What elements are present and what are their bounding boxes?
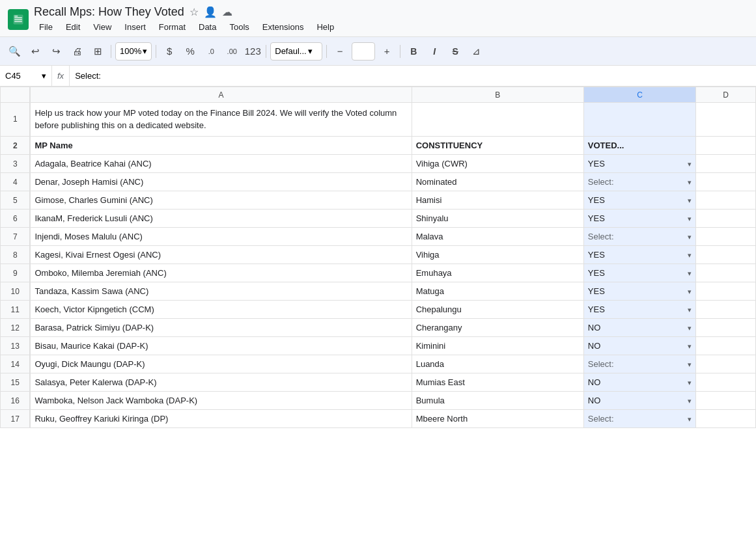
cell-d[interactable]: [696, 210, 756, 228]
menu-item-data[interactable]: Data: [193, 20, 221, 34]
dropdown-arrow-icon[interactable]: ▾: [688, 269, 692, 278]
cell-b[interactable]: Hamisi: [412, 191, 583, 210]
cell-a[interactable]: MP Name: [30, 137, 412, 155]
print-button[interactable]: 🖨: [68, 42, 86, 61]
undo-button[interactable]: ↩: [26, 42, 44, 61]
cloud-icon[interactable]: ☁: [222, 6, 232, 18]
font-size-increase[interactable]: +: [378, 42, 396, 61]
cell-d[interactable]: [696, 103, 756, 137]
col-header-a[interactable]: A: [30, 87, 412, 103]
cell-d[interactable]: [696, 410, 756, 428]
cell-c[interactable]: YES ▾: [583, 301, 695, 319]
cell-b[interactable]: Cherangany: [412, 319, 583, 337]
strikethrough-button[interactable]: S: [446, 42, 464, 61]
cell-b[interactable]: [412, 103, 583, 137]
cell-b[interactable]: CONSTITUENCY: [412, 137, 583, 155]
dropdown-arrow-icon[interactable]: ▾: [688, 415, 692, 424]
cell-b[interactable]: Malava: [412, 228, 583, 246]
col-header-d[interactable]: D: [696, 87, 756, 103]
cell-d[interactable]: [696, 301, 756, 319]
menu-item-format[interactable]: Format: [154, 20, 191, 34]
paint-format-button[interactable]: ⊞: [89, 42, 107, 61]
italic-button[interactable]: I: [425, 42, 443, 61]
cell-b[interactable]: Mumias East: [412, 373, 583, 392]
zoom-selector[interactable]: 100% ▾: [115, 42, 152, 61]
menu-item-tools[interactable]: Tools: [224, 20, 254, 34]
cell-c[interactable]: Select: ▾: [583, 228, 695, 246]
cell-c[interactable]: VOTED...: [583, 137, 695, 155]
cell-a[interactable]: Tandaza, Kassim Sawa (ANC): [30, 282, 412, 301]
cell-d[interactable]: [696, 282, 756, 301]
cell-c[interactable]: YES ▾: [583, 264, 695, 282]
dropdown-arrow-icon[interactable]: ▾: [688, 178, 692, 187]
decimal-more-button[interactable]: .00: [223, 42, 241, 61]
cell-c[interactable]: Select: ▾: [583, 410, 695, 428]
cell-a[interactable]: Kagesi, Kivai Ernest Ogesi (ANC): [30, 246, 412, 264]
dropdown-arrow-icon[interactable]: ▾: [688, 397, 692, 405]
cell-a[interactable]: Adagala, Beatrice Kahai (ANC): [30, 155, 412, 173]
cell-b[interactable]: Nominated: [412, 173, 583, 191]
cell-c[interactable]: YES ▾: [583, 210, 695, 228]
font-selector[interactable]: Defaul... ▾: [270, 42, 322, 61]
cell-a[interactable]: Gimose, Charles Gumini (ANC): [30, 191, 412, 210]
cell-d[interactable]: [696, 246, 756, 264]
dropdown-arrow-icon[interactable]: ▾: [688, 251, 692, 260]
decimal-less-button[interactable]: .0: [202, 42, 220, 61]
cell-b[interactable]: Vihiga (CWR): [412, 155, 583, 173]
currency-button[interactable]: $: [160, 42, 178, 61]
dropdown-arrow-icon[interactable]: ▾: [688, 360, 692, 369]
cell-d[interactable]: [696, 392, 756, 410]
cell-a[interactable]: Wamboka, Nelson Jack Wamboka (DAP-K): [30, 392, 412, 410]
cell-a[interactable]: Salasya, Peter Kalerwa (DAP-K): [30, 373, 412, 392]
dropdown-arrow-icon[interactable]: ▾: [688, 215, 692, 223]
font-size-input[interactable]: 10: [352, 42, 375, 61]
cell-b[interactable]: Bumula: [412, 392, 583, 410]
menu-item-file[interactable]: File: [34, 20, 58, 34]
formula-content[interactable]: Select:: [70, 71, 756, 81]
cell-c[interactable]: [583, 103, 695, 137]
cell-c[interactable]: YES ▾: [583, 282, 695, 301]
cell-b[interactable]: Shinyalu: [412, 210, 583, 228]
percent-button[interactable]: %: [181, 42, 199, 61]
cell-b[interactable]: Emuhaya: [412, 264, 583, 282]
cell-c[interactable]: Select: ▾: [583, 355, 695, 373]
dropdown-arrow-icon[interactable]: ▾: [688, 324, 692, 332]
redo-button[interactable]: ↪: [47, 42, 65, 61]
cell-a[interactable]: Omboko, Milemba Jeremiah (ANC): [30, 264, 412, 282]
cell-d[interactable]: [696, 155, 756, 173]
cell-d[interactable]: [696, 355, 756, 373]
menu-item-extensions[interactable]: Extensions: [257, 20, 309, 34]
cell-a[interactable]: IkanaM, Frederick Lusuli (ANC): [30, 210, 412, 228]
font-size-decrease[interactable]: −: [331, 42, 349, 61]
cell-d[interactable]: [696, 228, 756, 246]
more-format-button[interactable]: ⊿: [467, 42, 485, 61]
cell-c[interactable]: NO ▾: [583, 373, 695, 392]
dropdown-arrow-icon[interactable]: ▾: [688, 306, 692, 314]
cell-b[interactable]: Vihiga: [412, 246, 583, 264]
cell-c[interactable]: NO ▾: [583, 392, 695, 410]
cell-b[interactable]: Mbeere North: [412, 410, 583, 428]
cell-reference[interactable]: C45 ▾: [0, 66, 52, 86]
cell-a[interactable]: Bisau, Maurice Kakai (DAP-K): [30, 337, 412, 355]
cell-d[interactable]: [696, 173, 756, 191]
number-format-button[interactable]: 123: [244, 42, 262, 61]
cell-d[interactable]: [696, 264, 756, 282]
cell-a[interactable]: Denar, Joseph Hamisi (ANC): [30, 173, 412, 191]
cell-c[interactable]: NO ▾: [583, 337, 695, 355]
sheet-table-wrapper[interactable]: A B C D 1Help us track how your MP voted…: [0, 87, 756, 532]
cell-a[interactable]: Ruku, Geoffrey Kariuki Kiringa (DP): [30, 410, 412, 428]
cell-d[interactable]: [696, 319, 756, 337]
cell-d[interactable]: [696, 137, 756, 155]
menu-item-help[interactable]: Help: [311, 20, 339, 34]
search-button[interactable]: 🔍: [5, 42, 23, 61]
dropdown-arrow-icon[interactable]: ▾: [688, 379, 692, 387]
cell-b[interactable]: Luanda: [412, 355, 583, 373]
cell-c[interactable]: YES ▾: [583, 191, 695, 210]
cell-d[interactable]: [696, 337, 756, 355]
menu-item-view[interactable]: View: [88, 20, 117, 34]
cell-a[interactable]: Barasa, Patrick Simiyu (DAP-K): [30, 319, 412, 337]
cell-c[interactable]: NO ▾: [583, 319, 695, 337]
cell-b[interactable]: Chepalungu: [412, 301, 583, 319]
dropdown-arrow-icon[interactable]: ▾: [688, 160, 692, 169]
cell-d[interactable]: [696, 191, 756, 210]
